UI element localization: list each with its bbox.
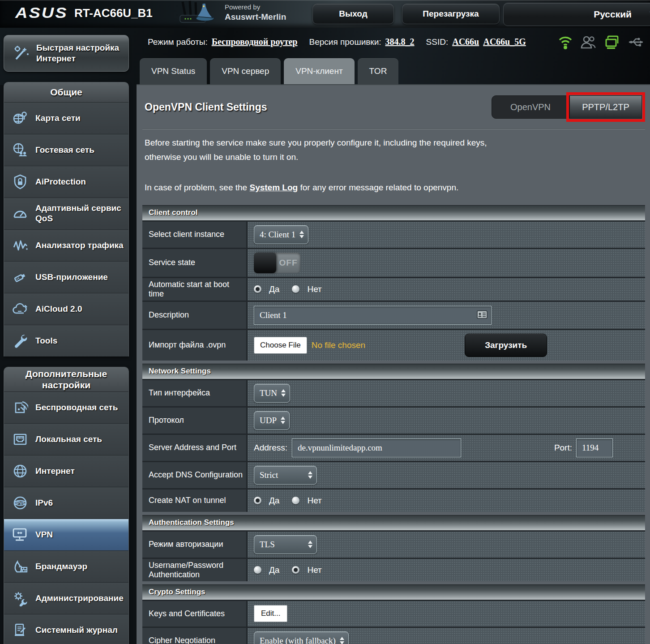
pptp-l2tp-mode-button[interactable]: PPTP/L2TP — [569, 95, 642, 119]
logout-button[interactable]: Выход — [312, 4, 394, 24]
server-address-input[interactable] — [292, 438, 461, 457]
powered-by: Powered by Asuswrt-Merlin — [225, 3, 286, 22]
tools-icon — [9, 333, 31, 349]
sidebar-item-label: Системный журнал — [35, 625, 118, 635]
powered-by-line: Powered by — [225, 3, 286, 12]
section-header: Crypto Settings — [142, 584, 645, 600]
cipher-negotiation-select[interactable]: Enable (with fallback) — [254, 631, 349, 644]
vpn-protocol-switch: OpenVPN PPTP/L2TP — [492, 95, 642, 119]
lan-icon — [9, 431, 31, 447]
choose-file-button[interactable]: Choose File — [254, 337, 307, 354]
ssid-2g-link[interactable]: AC66u — [452, 37, 479, 47]
edit-keys-button[interactable]: Edit... — [254, 605, 287, 622]
sidebar-item-qos[interactable]: Адаптивный сервис QoS — [4, 197, 128, 229]
radio-label: Да — [269, 496, 279, 506]
sidebar-item-label: USB-приложение — [35, 272, 108, 283]
userpass-yes-radio[interactable] — [254, 566, 261, 574]
openvpn-mode-button[interactable]: OpenVPN — [492, 95, 569, 119]
sidebar-item-firewall[interactable]: Брандмауэр — [4, 550, 128, 582]
sidebar-item-network-map[interactable]: Карта сети — [4, 102, 128, 134]
quick-setup-button[interactable]: Быстрая настройка Интернет — [4, 35, 129, 72]
usb-status-icon[interactable] — [628, 34, 646, 50]
guest-status-icon[interactable] — [580, 34, 596, 50]
select-arrows-icon — [281, 389, 286, 397]
sidebar-item-system-log[interactable]: Системный журнал — [4, 614, 128, 644]
row-label: Automatic start at boot time — [142, 278, 246, 301]
aicloud-icon — [9, 301, 31, 317]
network-map-icon — [9, 110, 31, 126]
mode-link[interactable]: Беспроводной роутер — [212, 37, 298, 47]
nat-no-radio[interactable] — [292, 497, 299, 504]
row-label: Service state — [142, 249, 246, 277]
sidebar-item-lan[interactable]: Локальная сеть — [4, 423, 128, 455]
sidebar-item-usb-application[interactable]: USB-приложение — [4, 261, 128, 293]
sidebar-item-guest-network[interactable]: Гостевая сеть — [4, 134, 128, 166]
language-label: Русский — [594, 9, 632, 20]
service-state-toggle[interactable]: OFF — [254, 253, 300, 273]
tab-vpn-status[interactable]: VPN Status — [140, 58, 207, 84]
userpass-no-radio[interactable] — [292, 566, 299, 574]
autostart-no-radio[interactable] — [292, 285, 299, 293]
sidebar-item-administration[interactable]: Администри­рование — [4, 582, 128, 614]
language-selector[interactable]: Русский — [503, 3, 650, 26]
select-value: TLS — [260, 540, 275, 550]
select-arrows-icon — [340, 637, 344, 644]
sidebar-item-label: Администри­рование — [35, 593, 124, 604]
sidebar-item-wan[interactable]: Интернет — [4, 455, 128, 487]
group-title: Общие — [4, 82, 128, 102]
reboot-button[interactable]: Перезагрузка — [402, 4, 500, 24]
firmware-link[interactable]: 384.8_2 — [385, 37, 415, 47]
system-log-link[interactable]: System Log — [249, 183, 298, 192]
autostart-yes-radio[interactable] — [254, 285, 261, 293]
table-row: Режим авторизации TLS — [142, 530, 645, 558]
sidebar-item-vpn[interactable]: VPN — [4, 519, 128, 550]
row-label: Импорт файла .ovpn — [142, 330, 246, 361]
top-banner: ASUS RT-AC66U_B1 Powered by Asuswrt-Merl… — [0, 0, 650, 28]
server-port-input[interactable] — [576, 438, 613, 457]
protocol-select[interactable]: UDP — [254, 411, 290, 430]
sidebar-item-wireless[interactable]: Беспроводная сеть — [4, 391, 128, 423]
group-title: Дополнительные настройки — [4, 367, 128, 391]
contact-card-icon[interactable] — [477, 310, 488, 319]
client-instance-select[interactable]: 4: Client 1 — [254, 225, 308, 244]
sidebar-item-label: Брандмауэр — [35, 562, 87, 572]
row-label: Username/Password Authentication — [142, 559, 246, 581]
radio-label: Да — [269, 565, 279, 575]
table-row: Keys and Certificates Edit... — [142, 600, 645, 627]
firmware-name: Asuswrt-Merlin — [225, 12, 286, 23]
table-row: Service state OFF — [142, 248, 645, 277]
main-content: OpenVPN Client Settings OpenVPN PPTP/L2T… — [137, 84, 650, 644]
sidebar-item-label: IPv6 — [35, 498, 53, 508]
upload-button[interactable]: Загрузить — [465, 334, 547, 357]
section-network-settings: Network Settings Тип интерфейса TUN Прот… — [142, 364, 645, 512]
clients-status-icon[interactable] — [603, 34, 620, 50]
sidebar-item-ipv6[interactable]: IPV6 IPv6 — [4, 487, 128, 519]
tab-vpn-client[interactable]: VPN-клиент — [284, 58, 354, 84]
sidebar-item-tools[interactable]: Tools — [4, 325, 128, 356]
tab-vpn-server[interactable]: VPN сервер — [210, 58, 281, 84]
sidebar-item-aicloud[interactable]: AiCloud 2.0 — [4, 293, 128, 325]
section-header: Authentication Settings — [142, 515, 645, 530]
select-value: UDP — [260, 416, 277, 425]
wifi-status-icon[interactable] — [558, 34, 573, 50]
tab-tor[interactable]: TOR — [358, 58, 399, 84]
radio-label: Нет — [307, 565, 321, 575]
interface-type-select[interactable]: TUN — [254, 384, 290, 403]
ssid-5g-link[interactable]: AC66u_5G — [483, 37, 526, 47]
radio-label: Нет — [307, 496, 321, 506]
toggle-label: OFF — [276, 258, 300, 268]
log-note-post: for any error message related to openvpn… — [298, 183, 458, 192]
table-row: Select client instance 4: Client 1 — [142, 220, 645, 248]
sidebar-item-traffic-analyzer[interactable]: Анализатор трафика — [4, 229, 128, 261]
sidebar-item-aiprotection[interactable]: AiProtection — [4, 166, 128, 197]
dns-config-select[interactable]: Strict — [254, 466, 317, 485]
select-arrows-icon — [299, 231, 304, 238]
sidebar-item-label: Tools — [35, 336, 57, 346]
row-label: Description — [142, 302, 246, 329]
description-input[interactable] — [254, 306, 492, 325]
ipv6-icon: IPV6 — [9, 495, 31, 511]
quick-setup-icon — [10, 44, 32, 62]
auth-mode-select[interactable]: TLS — [254, 535, 317, 554]
nat-yes-radio[interactable] — [254, 497, 261, 504]
table-row: Accept DNS Configuration Strict — [142, 461, 645, 488]
